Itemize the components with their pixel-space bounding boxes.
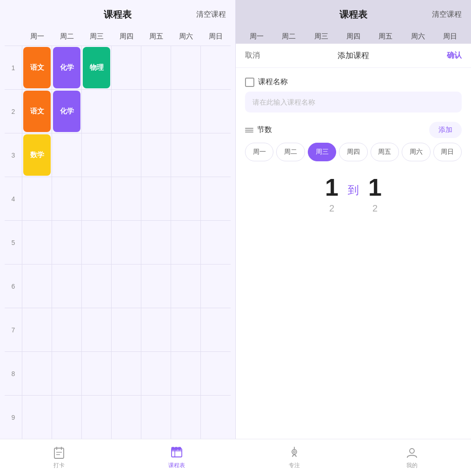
cell-8-7[interactable] [201, 352, 231, 395]
sections-label-text: 节数 [257, 125, 272, 135]
cell-1-1[interactable]: 语文 [22, 46, 52, 89]
left-clear-button[interactable]: 清空课程 [196, 10, 226, 20]
cell-3-2[interactable] [52, 133, 82, 177]
cell-6-7[interactable] [201, 264, 231, 308]
dialog-confirm-button[interactable]: 确认 [447, 51, 462, 60]
cell-9-7[interactable] [201, 396, 231, 439]
cell-9-4[interactable] [112, 396, 141, 439]
cell-9-2[interactable] [52, 396, 82, 439]
cell-6-5[interactable] [141, 264, 171, 308]
cell-8-1[interactable] [22, 352, 52, 395]
course-yuwen-2[interactable]: 语文 [23, 91, 51, 132]
cell-4-6[interactable] [171, 177, 201, 220]
cell-5-4[interactable] [112, 221, 141, 264]
checkin-icon [52, 446, 66, 460]
cell-1-4[interactable] [112, 46, 141, 89]
course-huaxue-2[interactable]: 化学 [53, 91, 80, 132]
row-num-2: 2 [5, 90, 22, 133]
cell-2-3[interactable] [82, 90, 112, 133]
cell-2-2[interactable]: 化学 [52, 90, 82, 133]
cell-5-7[interactable] [201, 221, 231, 264]
cell-8-5[interactable] [141, 352, 171, 395]
from-value-large[interactable]: 1 [325, 175, 338, 199]
cell-4-2[interactable] [52, 177, 82, 220]
cell-6-4[interactable] [112, 264, 141, 308]
cell-4-1[interactable] [22, 177, 52, 220]
cell-3-4[interactable] [112, 133, 141, 177]
cell-3-1[interactable]: 数学 [22, 133, 52, 177]
weekday-sat[interactable]: 周六 [402, 143, 430, 161]
cell-5-3[interactable] [82, 221, 112, 264]
course-huaxue-1[interactable]: 化学 [53, 47, 80, 88]
svg-point-12 [293, 451, 295, 453]
cell-8-4[interactable] [112, 352, 141, 395]
cell-7-5[interactable] [141, 308, 171, 351]
cell-8-3[interactable] [82, 352, 112, 395]
weekday-wed[interactable]: 周三 [308, 143, 336, 161]
cell-7-6[interactable] [171, 308, 201, 351]
cell-6-1[interactable] [22, 264, 52, 308]
cell-7-4[interactable] [112, 308, 141, 351]
cell-9-5[interactable] [141, 396, 171, 439]
nav-item-checkin[interactable]: 打卡 [0, 446, 118, 469]
cell-1-7[interactable] [201, 46, 231, 89]
weekday-sun[interactable]: 周日 [433, 143, 462, 161]
cell-3-6[interactable] [171, 133, 201, 177]
cell-2-4[interactable] [112, 90, 141, 133]
nav-item-schedule[interactable]: 课程表 [118, 446, 235, 469]
cell-6-2[interactable] [52, 264, 82, 308]
left-day-mon: 周一 [22, 29, 52, 44]
course-yuwen-1[interactable]: 语文 [23, 47, 51, 88]
nav-label-schedule: 课程表 [168, 462, 185, 469]
cell-5-2[interactable] [52, 221, 82, 264]
cell-8-2[interactable] [52, 352, 82, 395]
cell-1-2[interactable]: 化学 [52, 46, 82, 89]
weekday-tue[interactable]: 周二 [276, 143, 305, 161]
cell-7-1[interactable] [22, 308, 52, 351]
cell-3-3[interactable] [82, 133, 112, 177]
course-shuxue-3[interactable]: 数学 [23, 134, 51, 176]
dialog-title: 添加课程 [338, 50, 369, 61]
to-value-small: 2 [372, 203, 378, 214]
cell-6-3[interactable] [82, 264, 112, 308]
cell-4-3[interactable] [82, 177, 112, 220]
to-time-column: 1 2 [368, 175, 382, 214]
cell-4-7[interactable] [201, 177, 231, 220]
weekday-fri[interactable]: 周五 [371, 143, 399, 161]
to-value-large[interactable]: 1 [368, 175, 382, 199]
cell-6-6[interactable] [171, 264, 201, 308]
nav-item-focus[interactable]: 专注 [236, 446, 353, 469]
course-name-input[interactable] [245, 92, 462, 112]
cell-1-3[interactable]: 物理 [82, 46, 112, 89]
cell-1-6[interactable] [171, 46, 201, 89]
cell-5-5[interactable] [141, 221, 171, 264]
right-clear-button[interactable]: 清空课程 [432, 10, 462, 20]
cell-7-2[interactable] [52, 308, 82, 351]
cell-3-7[interactable] [201, 133, 231, 177]
cell-7-7[interactable] [201, 308, 231, 351]
cell-3-5[interactable] [141, 133, 171, 177]
add-section-button[interactable]: 添加 [429, 122, 462, 138]
nav-item-profile[interactable]: 我的 [353, 446, 471, 469]
weekday-mon[interactable]: 周一 [245, 143, 273, 161]
cell-8-6[interactable] [171, 352, 201, 395]
cell-2-1[interactable]: 语文 [22, 90, 52, 133]
cell-5-6[interactable] [171, 221, 201, 264]
weekday-thu[interactable]: 周四 [339, 143, 367, 161]
cell-9-6[interactable] [171, 396, 201, 439]
dialog-cancel-button[interactable]: 取消 [245, 51, 260, 60]
row-num-9: 9 [5, 396, 22, 439]
cell-2-5[interactable] [141, 90, 171, 133]
cell-1-5[interactable] [141, 46, 171, 89]
cell-2-6[interactable] [171, 90, 201, 133]
cell-4-4[interactable] [112, 177, 141, 220]
grid-rows: 1 语文 化学 物理 2 [5, 46, 231, 439]
cell-7-3[interactable] [82, 308, 112, 351]
cell-4-5[interactable] [141, 177, 171, 220]
cell-9-3[interactable] [82, 396, 112, 439]
cell-2-7[interactable] [201, 90, 231, 133]
cell-9-1[interactable] [22, 396, 52, 439]
course-wuli-1[interactable]: 物理 [83, 47, 110, 88]
svg-rect-8 [172, 447, 174, 450]
cell-5-1[interactable] [22, 221, 52, 264]
